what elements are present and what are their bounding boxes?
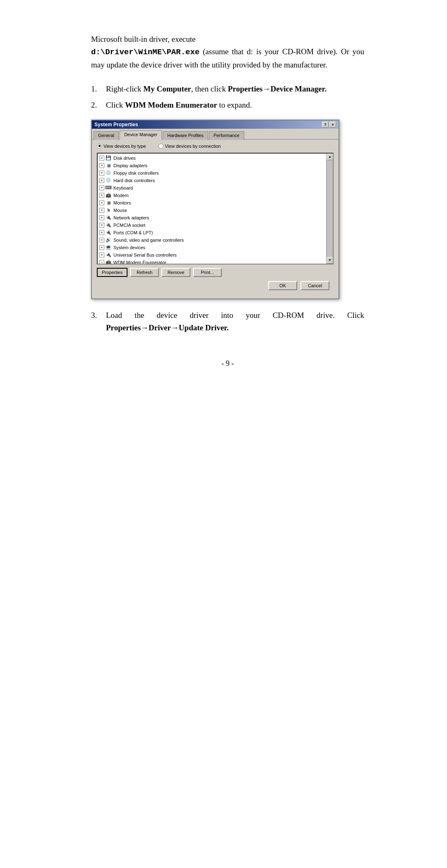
ok-button[interactable]: OK (268, 281, 297, 290)
device-list-container[interactable]: + 💾 Disk drives + 🖥 Display adapters + 💿 (97, 153, 334, 264)
icon-usb: 🔌 (105, 252, 112, 258)
expand-keyboard[interactable]: + (99, 185, 104, 190)
expand-modem[interactable]: + (99, 193, 104, 198)
step-1-bold1: My Computer (143, 84, 191, 93)
tab-performance[interactable]: Performance (209, 131, 244, 140)
refresh-button[interactable]: Refresh (130, 268, 159, 277)
device-system[interactable]: + 💻 System devices (99, 244, 332, 251)
device-usb[interactable]: + 🔌 Universal Serial Bus controllers (99, 251, 332, 259)
scrollbar[interactable]: ▲ ▼ (326, 154, 333, 264)
step-2-num: 2. (91, 99, 106, 111)
expand-sound[interactable]: + (99, 238, 104, 243)
expand-display[interactable]: + (99, 163, 104, 168)
step-2-before: Click (106, 101, 125, 109)
device-network[interactable]: + 🔌 Network adapters (99, 214, 332, 221)
help-button[interactable]: ? (322, 122, 329, 127)
print-button[interactable]: Print... (193, 268, 222, 277)
device-mouse[interactable]: + 🖱 Mouse (99, 207, 332, 214)
icon-sound: 🔊 (105, 237, 112, 243)
step-1-num: 1. (91, 83, 106, 95)
dialog-title: System Properties (94, 122, 138, 127)
step-1: 1. Right-click My Computer, then click P… (91, 83, 364, 95)
expand-disk[interactable]: + (99, 156, 104, 161)
icon-hard-disk: 💿 (105, 177, 112, 184)
step-2-text: Click WDM Modem Enumerator to expand. (106, 99, 364, 111)
device-monitors[interactable]: + 🖥 Monitors (99, 199, 332, 207)
icon-disk: 💾 (105, 155, 112, 161)
radio-type-label: View devices by type (103, 144, 146, 149)
cancel-button[interactable]: Cancel (300, 281, 329, 290)
scroll-down[interactable]: ▼ (327, 257, 333, 264)
step-3-bold: Properties→Driver→Update Driver. (106, 323, 229, 332)
icon-mouse: 🖱 (105, 207, 112, 214)
tab-device-manager[interactable]: Device Manager (120, 130, 162, 139)
step-1-bold2: Properties→Device Manager. (228, 84, 326, 93)
scroll-up[interactable]: ▲ (327, 154, 333, 160)
radio-type-circle[interactable] (97, 144, 102, 149)
expand-ports[interactable]: + (99, 230, 104, 235)
device-ports[interactable]: + 🔌 Ports (COM & LPT) (99, 229, 332, 236)
step-3-block: 3. Load the device driver into your CD-R… (91, 309, 364, 334)
device-sound[interactable]: + 🔊 Sound, video and game controllers (99, 236, 332, 244)
page: Microsoft built-in driver, execute d:\Dr… (66, 0, 381, 868)
tab-general[interactable]: General (94, 131, 119, 140)
device-modem[interactable]: + 📠 Modem (99, 192, 332, 199)
remove-button[interactable]: Remove (161, 268, 190, 277)
device-list: + 💾 Disk drives + 🖥 Display adapters + 💿 (98, 154, 333, 264)
intro-bold-cmd: d:\Driver\WinME\PAR.exe (91, 48, 199, 57)
close-button[interactable]: × (329, 122, 336, 127)
expand-pcmcia[interactable]: + (99, 223, 104, 228)
dialog-controls: ? × (322, 122, 336, 127)
device-disk-drives[interactable]: + 💾 Disk drives (99, 154, 332, 162)
radio-by-type[interactable]: View devices by type (97, 144, 146, 149)
tab-hardware-profiles[interactable]: Hardware Profiles (163, 131, 208, 140)
scroll-track[interactable] (327, 160, 333, 257)
step-3-before: Load the device driver into your CD-ROM … (106, 311, 364, 320)
expand-network[interactable]: + (99, 215, 104, 220)
dialog-wrapper: System Properties ? × General Device Man… (91, 120, 364, 299)
device-pcmcia[interactable]: + 🔌 PCMCIA socket (99, 221, 332, 229)
step-2-bold: WDM Modem Enumerator (125, 101, 217, 109)
device-display-adapters[interactable]: + 🖥 Display adapters (99, 162, 332, 169)
device-wdm-enum[interactable]: − 📠 WDM Modem Enumerator (99, 259, 332, 264)
step-2: 2. Click WDM Modem Enumerator to expand. (91, 99, 364, 111)
icon-network: 🔌 (105, 214, 112, 221)
expand-hard-disk[interactable]: + (99, 178, 104, 183)
expand-monitors[interactable]: + (99, 200, 104, 205)
icon-floppy: 💿 (105, 170, 112, 176)
page-number: - 9 - (91, 359, 364, 368)
icon-monitors: 🖥 (105, 200, 112, 206)
step-3: 3. Load the device driver into your CD-R… (91, 309, 364, 334)
expand-usb[interactable]: + (99, 252, 104, 257)
radio-connection-label: View devices by connection (165, 144, 221, 149)
icon-modem: 📠 (105, 192, 112, 199)
icon-pcmcia: 🔌 (105, 222, 112, 228)
expand-floppy[interactable]: + (99, 171, 104, 176)
expand-mouse[interactable]: + (99, 208, 104, 213)
radio-row: View devices by type View devices by con… (97, 144, 334, 149)
device-hard-disk[interactable]: + 💿 Hard disk controllers (99, 177, 332, 184)
expand-system[interactable]: + (99, 245, 104, 250)
step-1-before: Right-click (106, 84, 143, 93)
device-floppy[interactable]: + 💿 Floppy disk controllers (99, 169, 332, 177)
step-1-middle: , then click (191, 84, 228, 93)
expand-wdm[interactable]: − (99, 260, 104, 264)
properties-button[interactable]: Properties (97, 268, 127, 277)
radio-connection-circle[interactable] (159, 144, 163, 149)
icon-system: 💻 (105, 244, 112, 251)
step-3-text: Load the device driver into your CD-ROM … (106, 309, 364, 334)
dialog-titlebar: System Properties ? × (92, 120, 339, 129)
device-keyboard[interactable]: + ⌨ Keyboard (99, 184, 332, 192)
steps-list: 1. Right-click My Computer, then click P… (91, 83, 364, 111)
icon-wdm: 📠 (105, 259, 112, 264)
icon-ports: 🔌 (105, 229, 112, 236)
icon-display: 🖥 (105, 162, 112, 169)
dialog-ok-cancel: OK Cancel (97, 279, 334, 294)
radio-by-connection[interactable]: View devices by connection (159, 144, 221, 149)
icon-keyboard: ⌨ (105, 185, 112, 191)
intro-paragraph: Microsoft built-in driver, execute d:\Dr… (91, 33, 364, 71)
step-2-after: to expand. (217, 101, 252, 109)
dialog-body: View devices by type View devices by con… (92, 139, 339, 298)
system-properties-dialog[interactable]: System Properties ? × General Device Man… (91, 120, 339, 299)
dialog-action-buttons: Properties Refresh Remove Print... (97, 264, 334, 279)
